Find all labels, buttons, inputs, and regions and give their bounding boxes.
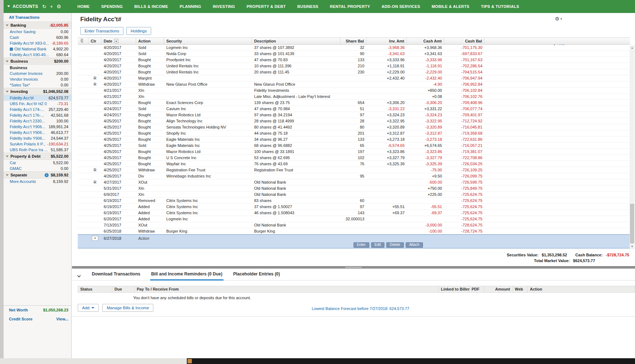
nav-item-rental-property[interactable]: RENTAL PROPERTY [324, 4, 376, 9]
transaction-row[interactable]: 4/20/2017BoughtUnited Rentals Inc10 shar… [78, 63, 630, 69]
transaction-row[interactable]: 5/31/2017XInOld National Bank+750.00-725… [78, 185, 630, 192]
scrollbar-thumb[interactable] [630, 204, 634, 243]
sidebar-account-fidelity-acc-t-y906[interactable]: Fidelity Acc't Y906...189,951.24 [4, 124, 71, 130]
sidebar-account-old-national-bank[interactable]: Old National Bank4,902.20 [4, 46, 71, 52]
gear-icon[interactable]: ⚙ [57, 4, 61, 9]
add-reminder-button[interactable]: Add [78, 304, 99, 312]
col-header-share-bal[interactable]: Share Bal [341, 38, 366, 44]
credit-score-label[interactable]: Credit Score [9, 317, 32, 321]
bills-col-action[interactable]: Action [528, 286, 565, 292]
transaction-row[interactable]: 4/25/2017BoughtWayfair Inc76 shares @ 43… [78, 161, 630, 167]
sidebar-account-vendor-invoices[interactable]: Vendor Invoices0.00 [4, 76, 71, 82]
col-header-inv-amt[interactable]: Inv. Amt [366, 38, 407, 44]
enter-button[interactable]: Enter [353, 242, 369, 248]
sidebar-account-fidelity-acc-t-x90-49[interactable]: Fidelity Acc't X90-49...680.64 [4, 52, 71, 58]
sidebar-group-property-debt[interactable]: Property & Debt$5,522.00 [4, 153, 71, 160]
tab-bill-and-income-reminders-0-due[interactable]: Bill and Income Reminders (0 Due) [150, 271, 224, 280]
col-header-date[interactable]: Date ▲ [102, 38, 136, 44]
bills-col-status[interactable]: Status [78, 286, 112, 292]
sidebar-account-fidelity-acc-t-y906[interactable]: Fidelity Acc't Y906...46,613.77 [4, 130, 71, 135]
register-actions-menu[interactable]: ⚙ ▾ [555, 16, 562, 22]
edit-date-cell[interactable]: 6/27/2018 [102, 235, 136, 241]
bills-col-pay-to-receive-from[interactable]: Pay To / Receive From [135, 286, 439, 292]
attach-button[interactable]: Attach [406, 242, 423, 248]
sidebar-account-fidelity-acc-t-174[interactable]: Fidelity Acc't 174-...257,329.40 [4, 107, 71, 112]
transaction-row[interactable]: 6/19/2017RemovedCitrix Systems Inc83 sha… [78, 198, 630, 204]
sidebar-group-separate[interactable]: Separatei$8,159.92 [4, 171, 71, 179]
holdings-button[interactable]: Holdings [126, 27, 151, 35]
edit-action-placeholder[interactable]: Action [136, 235, 164, 241]
transaction-row[interactable]: R4/20/2017WithdrawNew Glarus Post Office… [78, 81, 630, 87]
tab-download-transactions[interactable]: Download Transactions [91, 271, 141, 280]
nav-item-tips-tutorials[interactable]: TIPS & TUTORIALS [475, 4, 525, 9]
transaction-row[interactable]: 4/20/2017SoldNvida Corp33 shares @ 101.4… [78, 51, 630, 57]
nav-item-planning[interactable]: PLANNING [174, 4, 207, 9]
transaction-row[interactable]: R4/25/2017WithdrawRegistration Fee Trust… [78, 167, 630, 173]
sidebar-account-more-accounts[interactable]: More Accounts8,159.92 [4, 179, 71, 184]
transaction-row[interactable]: 4/20/2017BoughtUnited Rentals Inc20 shar… [78, 69, 630, 75]
sidebar-group-business[interactable]: Business$200.00 [4, 58, 71, 65]
bills-col-web[interactable]: Web [513, 286, 528, 292]
nav-item-spending[interactable]: SPENDING [95, 4, 129, 9]
nav-item-property-debt[interactable]: PROPERTY & DEBT [241, 4, 292, 9]
sidebar-all-transactions[interactable]: All Transactions [4, 13, 71, 22]
col-header-security[interactable]: Security [164, 38, 252, 44]
edit-button[interactable]: Edit [371, 242, 384, 248]
net-worth-label[interactable]: Net Worth [9, 308, 28, 312]
sidebar-account-gmac[interactable]: GMAC0.00 [4, 166, 71, 171]
bills-col-amount[interactable]: Amount [485, 286, 513, 292]
transaction-row[interactable]: 4/25/2017BoughtShopify Inc44 shares @ 75… [78, 130, 630, 136]
nav-item-business[interactable]: BUSINESS [292, 4, 324, 9]
transaction-row[interactable]: 4/21/2017BoughtExact Sciences Corp139 sh… [78, 100, 630, 106]
col-header-clr[interactable]: Clr [89, 38, 102, 44]
transaction-row[interactable]: 4/25/2017BoughtEagle Materials Inc34 sha… [78, 136, 630, 143]
accounts-menu[interactable]: ACCOUNTS ↻ + ⚙ [4, 0, 72, 13]
sidebar-account-car[interactable]: Car5,522.00 [4, 160, 71, 166]
nav-item-home[interactable]: HOME [72, 4, 95, 9]
transaction-row[interactable]: 4/26/2017DivWinnebago Industries Inc95+9… [78, 173, 630, 179]
panel-splitter[interactable] [72, 266, 635, 269]
transaction-row[interactable]: 4/25/2017BoughtSensata Technologies Hold… [78, 124, 630, 130]
sidebar-account-ubs-roth-pace-ira[interactable]: UBS Roth Pace Ira ...51,585.37 [4, 147, 71, 153]
transaction-row[interactable]: 4/25/2017BoughtMazor Robotics Ltd100 sha… [78, 149, 630, 155]
sidebar-account-fidelity-acc-t-x83-0[interactable]: Fidelity Acc't# X83-0...-8,189.65 [4, 40, 71, 46]
forecast-link[interactable]: Lowest Balance Forecast before 7/27/2018… [312, 306, 409, 311]
transaction-row[interactable]: 6/25/2018WithdrawBurger KingBurger King-… [78, 228, 630, 234]
sidebar-account-fidelity-acc-t-176[interactable]: Fidelity Acc't 176-...42,561.68 [4, 112, 71, 118]
nav-item-add-on-services[interactable]: ADD-ON SERVICES [376, 4, 426, 9]
info-icon[interactable]: i [45, 173, 49, 177]
nav-item-bills-income[interactable]: BILLS & INCOME [129, 4, 174, 9]
sidebar-account-customer-invoices[interactable]: Customer Invoices200.00 [4, 71, 71, 76]
transaction-row[interactable]: 4/20/2017SoldLogmein Inc37 shares @ 107.… [78, 45, 630, 51]
sidebar-account-sunam-polaris-ii-p[interactable]: SunAm Polaris II P...-190,634.21 [4, 141, 71, 147]
sidebar-group-investing[interactable]: Investing$1,046,552.08 [4, 88, 71, 95]
transaction-row[interactable]: 4/25/2017BoughtU S Concrete Inc53 shares… [78, 155, 630, 161]
attachment-column-header[interactable] [78, 38, 89, 44]
transaction-row[interactable]: 6/19/2017AddedCitrix Systems Inc46 share… [78, 210, 630, 216]
transaction-row[interactable]: 4/24/2017SoldCavium Inc47 shares @ 70.98… [78, 106, 630, 112]
col-header-cash-amt[interactable]: Cash Amt [407, 38, 444, 44]
taskbar-app-icon[interactable] [188, 359, 192, 363]
sidebar-group-banking[interactable]: Banking-$2,005.85 [4, 22, 71, 29]
scroll-down-icon[interactable]: ▼ [630, 244, 635, 249]
register-scrollbar[interactable]: ▲ ▼ [630, 45, 635, 249]
transaction-row[interactable]: 4/24/2017BoughtMazor Robotics Ltd97 shar… [78, 112, 630, 118]
col-header-action[interactable]: Action [136, 38, 164, 44]
sidebar-account-fidelity-indiv-y906[interactable]: Fidelity Indiv Y906...24,544.37 [4, 135, 71, 141]
sidebar-account-anchor-saving[interactable]: Anchor Saving0.00 [4, 29, 71, 35]
transaction-row[interactable]: 6/20/2017AddedLogmein Inc32.000013-725,6… [78, 216, 630, 222]
row-dropdown-button[interactable]: ▼ [92, 236, 98, 241]
sidebar-account-cash[interactable]: Cash600.96 [4, 35, 71, 40]
manage-bills-button[interactable]: Manage Bills & Income [102, 304, 153, 312]
nav-item-investing[interactable]: INVESTING [207, 4, 241, 9]
col-header-description[interactable]: Description [252, 38, 341, 44]
selected-transaction-row[interactable]: ▼ 6/27/2018 Action [78, 234, 630, 242]
scroll-up-icon[interactable]: ▲ [630, 45, 635, 50]
sidebar-account-ubs-fin-acc-t-hz-0[interactable]: UBS Fin. Acc't# HZ 0-73.31 [4, 101, 71, 107]
bills-col-pdf[interactable]: PDF [469, 286, 485, 292]
transaction-row[interactable]: R4/27/2017XOutOld National Bank-500.00-7… [78, 179, 630, 185]
sidebar-account-fidelity-acc-t-2330[interactable]: Fidelity Acc't 2330...100.00 [4, 118, 71, 124]
add-account-icon[interactable]: + [50, 4, 53, 9]
sidebar-account-sales-tax[interactable]: *Sales Tax*0.00 [4, 82, 71, 88]
delete-button[interactable]: Delete [386, 242, 404, 248]
